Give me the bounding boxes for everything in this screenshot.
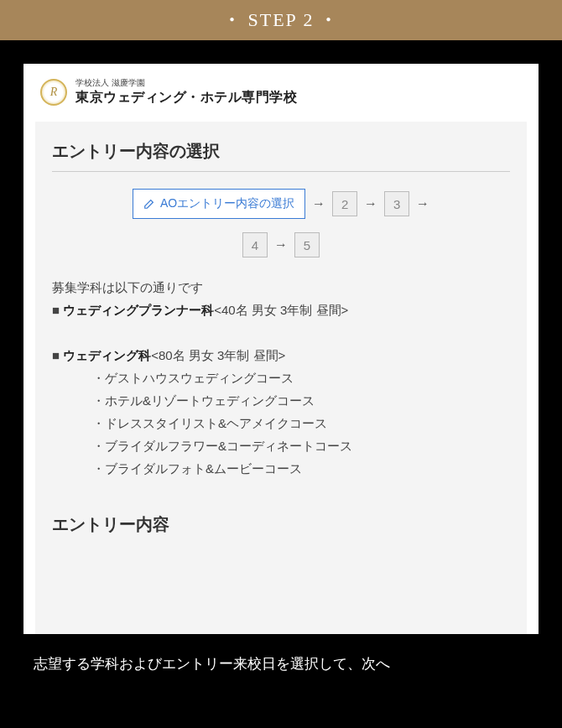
dept-1-detail: <40名 男女 3年制 昼間> xyxy=(214,303,348,317)
wizard-step-5[interactable]: 5 xyxy=(294,232,320,257)
brand-row: R 学校法人 滋慶学園 東京ウェディング・ホテル専門学校 xyxy=(23,64,539,115)
course-item: ・ゲストハウスウェディングコース xyxy=(52,367,510,389)
desc-intro: 募集学科は以下の通りです xyxy=(52,276,510,299)
dept-2: ■ ウェディング科<80名 男女 3年制 昼間> xyxy=(52,344,510,367)
edit-icon xyxy=(143,198,155,210)
wizard-step-2[interactable]: 2 xyxy=(332,191,357,216)
course-item: ・ドレススタイリスト&ヘアメイクコース xyxy=(52,412,510,434)
course-item: ・ブライダルフォト&ムービーコース xyxy=(52,457,510,480)
step-header: ● STEP 2 ● xyxy=(0,0,562,40)
section-entry-title: エントリー内容 xyxy=(52,513,510,536)
wizard-step-1-label: AOエントリー内容の選択 xyxy=(160,196,294,211)
dot-icon: ● xyxy=(229,14,236,23)
screenshot: R 学校法人 滋慶学園 東京ウェディング・ホテル専門学校 エントリー内容の選択 … xyxy=(23,64,539,634)
frame: R 学校法人 滋慶学園 東京ウェディング・ホテル専門学校 エントリー内容の選択 … xyxy=(0,40,562,728)
divider xyxy=(52,171,510,172)
wizard-step-1-active[interactable]: AOエントリー内容の選択 xyxy=(133,189,305,219)
description: 募集学科は以下の通りです ■ ウェディングプランナー科<40名 男女 3年制 昼… xyxy=(52,276,510,480)
step-caption: 志望する学科およびエントリー来校日を選択して、次へ xyxy=(23,634,539,678)
dept-2-detail: <80名 男女 3年制 昼間> xyxy=(151,348,285,362)
arrow-right-icon: → xyxy=(364,196,377,211)
dot-icon: ● xyxy=(326,14,333,23)
course-item-wrapped: ・ブライダルフラワー&コーディネートコース xyxy=(92,434,510,457)
arrow-right-icon: → xyxy=(274,237,288,252)
course-item: ・ホテル&リゾートウェディングコース xyxy=(52,389,510,412)
dept-1-name: ウェディングプランナー科 xyxy=(63,303,214,317)
wizard-steps: AOエントリー内容の選択 → 2 → 3 → 4 → 5 xyxy=(52,189,510,257)
brand-logo-icon: R xyxy=(40,79,67,106)
panel-title: エントリー内容の選択 xyxy=(52,140,510,163)
wizard-step-3[interactable]: 3 xyxy=(384,191,409,216)
wizard-step-4[interactable]: 4 xyxy=(242,232,268,257)
form-panel: エントリー内容の選択 AOエントリー内容の選択 → 2 → 3 → xyxy=(35,122,527,634)
arrow-right-icon: → xyxy=(416,196,429,211)
brand-logo-glyph: R xyxy=(50,86,58,99)
dept-1: ■ ウェディングプランナー科<40名 男女 3年制 昼間> xyxy=(52,299,510,321)
brand-subtitle: 学校法人 滋慶学園 xyxy=(75,77,297,89)
dept-2-name: ウェディング科 xyxy=(63,348,151,362)
brand-title: 東京ウェディング・ホテル専門学校 xyxy=(75,89,297,107)
step-header-label: STEP 2 xyxy=(247,9,314,31)
arrow-right-icon: → xyxy=(312,196,325,211)
